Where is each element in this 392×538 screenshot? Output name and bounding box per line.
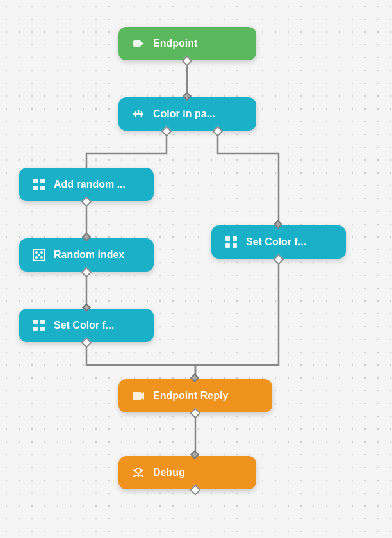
color-in-pa-label: Color in pa...: [153, 108, 215, 120]
svg-rect-26: [133, 392, 142, 400]
debug-node[interactable]: Debug: [118, 456, 256, 489]
color-in-pa-node[interactable]: Color in pa...: [118, 97, 256, 131]
svg-point-14: [40, 251, 43, 254]
svg-rect-22: [33, 320, 38, 324]
endpoint-icon: [130, 35, 147, 52]
endpoint-reply-label: Endpoint Reply: [153, 390, 228, 402]
grid-icon-1: [31, 176, 47, 193]
svg-rect-11: [40, 186, 45, 190]
svg-point-28: [136, 468, 141, 473]
set-color-left-label: Set Color f...: [54, 320, 114, 331]
svg-rect-9: [40, 179, 45, 183]
grid-icon-2: [223, 234, 240, 250]
random-index-label: Random index: [54, 249, 124, 261]
svg-point-16: [40, 256, 43, 259]
svg-rect-10: [33, 186, 38, 190]
svg-rect-20: [225, 243, 230, 248]
debug-icon: [130, 464, 147, 481]
dice-icon: [31, 247, 47, 263]
svg-rect-4: [133, 40, 141, 47]
set-color-right-label: Set Color f...: [246, 236, 306, 248]
branch-icon: [130, 106, 147, 122]
svg-rect-18: [225, 236, 230, 241]
add-random-label: Add random ...: [54, 179, 126, 190]
svg-marker-5: [141, 42, 144, 45]
svg-rect-24: [33, 327, 38, 331]
endpoint-label: Endpoint: [153, 38, 197, 49]
grid-icon-3: [31, 317, 47, 334]
svg-rect-25: [40, 327, 45, 331]
flow-canvas: Endpoint Color in pa... Add random ...: [0, 0, 392, 538]
svg-point-13: [35, 251, 38, 254]
svg-marker-27: [142, 392, 144, 400]
svg-rect-8: [33, 179, 38, 183]
svg-point-17: [38, 254, 40, 256]
debug-label: Debug: [153, 467, 185, 478]
reply-icon: [130, 387, 147, 404]
svg-rect-19: [233, 236, 237, 241]
svg-rect-23: [40, 320, 45, 324]
svg-rect-21: [233, 243, 237, 248]
svg-point-15: [35, 256, 38, 259]
